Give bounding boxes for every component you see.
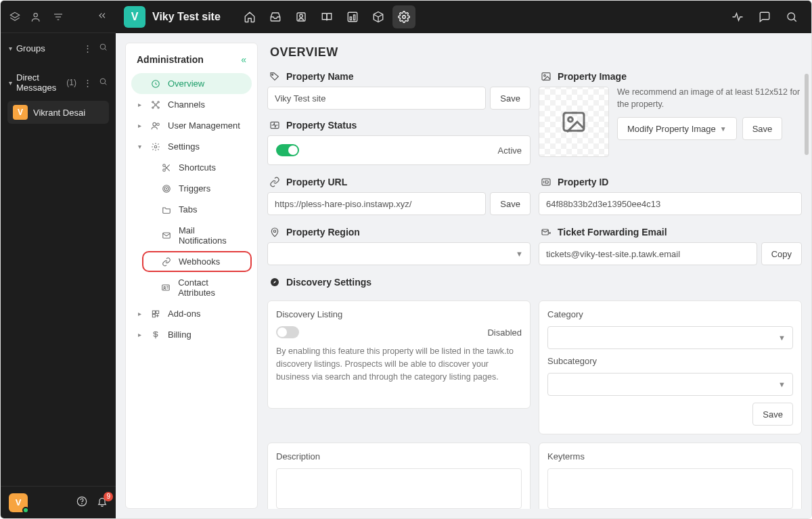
nav-webhooks[interactable]: Webhooks [142,251,252,272]
nav-home-icon[interactable] [238,5,261,28]
svg-point-37 [164,286,165,288]
link-icon [161,257,172,267]
id-icon [540,176,552,188]
admin-nav: Administration « Overview ▸ Channels ▸ U… [125,43,258,509]
nav-triggers[interactable]: Triggers [142,178,252,199]
page-heading: OVERVIEW [270,45,802,60]
keyterms-textarea[interactable] [547,468,793,509]
property-name-input[interactable] [267,87,486,110]
addons-icon [150,309,161,319]
dm-item[interactable]: V Vikrant Desai [7,101,109,124]
dm-search-icon[interactable] [99,77,108,88]
nav-tabs[interactable]: Tabs [142,199,252,220]
svg-point-51 [273,230,275,232]
category-select[interactable]: ▼ [547,326,793,349]
nav-channels[interactable]: ▸ Channels [131,94,252,115]
groups-more-icon[interactable]: ⋮ [83,43,92,53]
nav-contact-attributes[interactable]: Contact Attributes [142,272,252,303]
person-add-icon[interactable] [30,11,43,23]
status-value: Active [498,145,522,156]
site-chip[interactable]: V Viky Test site [124,6,221,28]
svg-line-18 [794,19,796,22]
nav-billing[interactable]: ▸Billing [131,324,252,345]
property-url-input[interactable] [267,192,486,215]
category-label: Category [547,309,793,319]
layers-icon[interactable] [9,11,21,23]
users-icon [150,121,161,131]
nav-kb-icon[interactable] [315,5,338,28]
left-sidebar: ▾ Groups ⋮ ▾ Direct Messages (1) ⋮ V Vik… [1,1,116,518]
discovery-description: By enabling this feature this property w… [276,345,522,383]
collapse-nav-icon[interactable]: « [241,54,246,65]
ticket-email-label: Ticket Forwarding Email [558,227,667,238]
svg-point-10 [82,503,83,504]
subcategory-select[interactable]: ▼ [547,373,793,396]
svg-point-17 [788,13,795,20]
save-url-button[interactable]: Save [490,192,531,215]
nav-settings-icon[interactable] [392,5,415,28]
groups-search-icon[interactable] [99,43,108,53]
save-image-button[interactable]: Save [742,117,783,140]
svg-rect-49 [542,179,550,185]
svg-point-16 [403,16,406,19]
notifications-icon[interactable]: 9 [97,496,108,509]
copy-email-button[interactable]: Copy [761,242,802,265]
discovery-card: Discovery Listing Disabled By enabling t… [267,300,531,409]
dm-more-icon[interactable]: ⋮ [83,78,92,88]
collapse-left-icon[interactable] [97,10,108,23]
dm-count: (1) [66,78,76,87]
region-select[interactable]: ▼ [267,242,531,265]
svg-point-22 [158,101,159,102]
property-status-label: Property Status [286,120,357,131]
activity-icon[interactable] [726,5,749,28]
svg-point-23 [152,106,154,108]
status-toggle[interactable] [276,144,299,156]
property-url-label: Property URL [286,177,347,187]
link-icon [269,176,281,188]
ticket-email-input[interactable] [539,242,757,265]
nav-contacts-icon[interactable] [290,5,313,28]
chat-icon[interactable] [753,5,776,28]
nav-addons-icon[interactable] [367,5,390,28]
save-category-button[interactable]: Save [752,403,793,426]
discovery-heading: Discovery Settings [286,277,371,288]
search-icon[interactable] [780,5,803,28]
save-name-button[interactable]: Save [490,87,531,110]
filter-icon[interactable] [52,11,64,23]
id-card-icon [161,283,171,292]
svg-point-33 [164,187,168,191]
forward-mail-icon [540,226,552,238]
nav-shortcuts[interactable]: Shortcuts [142,157,252,178]
scissors-icon [161,163,172,173]
property-id-input[interactable] [539,192,802,215]
subcategory-label: Subcategory [547,356,793,366]
svg-point-20 [155,104,156,105]
svg-point-12 [300,14,303,18]
help-icon[interactable] [76,496,87,509]
nav-mail-notifications[interactable]: Mail Notifications [142,220,252,251]
scrollbar[interactable] [805,74,809,155]
overview-icon [150,79,161,89]
dm-header[interactable]: ▾ Direct Messages (1) ⋮ [7,68,109,97]
self-avatar[interactable]: V [9,493,28,512]
keyterms-label: Keyterms [547,451,793,461]
svg-point-46 [544,74,546,76]
modify-image-button[interactable]: Modify Property Image▼ [617,117,737,140]
property-image-label: Property Image [558,71,627,82]
description-textarea[interactable] [276,468,522,509]
nav-addons[interactable]: ▸Add-ons [131,303,252,324]
nav-reports-icon[interactable] [341,5,364,28]
nav-overview[interactable]: Overview [131,73,252,94]
nav-settings[interactable]: ▾ Settings [131,136,252,157]
discovery-toggle[interactable] [276,326,299,338]
heart-rate-icon [269,119,281,131]
groups-header[interactable]: ▾ Groups ⋮ [7,39,109,58]
svg-rect-40 [152,311,155,313]
svg-point-7 [100,78,106,84]
svg-rect-42 [152,314,155,317]
dm-label: Direct Messages [16,72,62,93]
nav-inbox-icon[interactable] [264,5,287,28]
dollar-icon [150,330,161,340]
admin-nav-title: Administration [137,54,204,65]
nav-user-management[interactable]: ▸ User Management [131,115,252,136]
